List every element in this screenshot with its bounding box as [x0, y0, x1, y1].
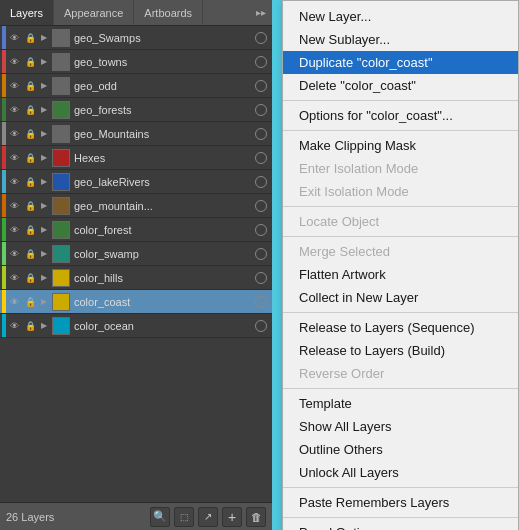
tab-appearance[interactable]: Appearance — [54, 0, 134, 25]
menu-item-delete[interactable]: Delete "color_coast" — [283, 74, 518, 97]
layer-row[interactable]: 👁🔒▶geo_Mountains — [0, 122, 272, 146]
layer-name-label: color_coast — [72, 296, 255, 308]
layer-visibility-toggle[interactable]: 👁 — [6, 150, 22, 166]
layer-expand-toggle[interactable]: ▶ — [38, 152, 50, 164]
menu-separator — [283, 312, 518, 313]
layer-target-circle[interactable] — [255, 152, 267, 164]
menu-separator — [283, 487, 518, 488]
menu-item-paste_layers[interactable]: Paste Remembers Layers — [283, 491, 518, 514]
layer-row[interactable]: 👁🔒▶color_coast — [0, 290, 272, 314]
layer-target-circle[interactable] — [255, 272, 267, 284]
layer-expand-toggle[interactable]: ▶ — [38, 248, 50, 260]
menu-item-exit_isolation: Exit Isolation Mode — [283, 180, 518, 203]
layer-row[interactable]: 👁🔒▶color_swamp — [0, 242, 272, 266]
layer-target-circle[interactable] — [255, 200, 267, 212]
new-layer-button[interactable]: + — [222, 507, 242, 527]
layer-expand-toggle[interactable]: ▶ — [38, 128, 50, 140]
menu-item-release_build[interactable]: Release to Layers (Build) — [283, 339, 518, 362]
menu-item-panel_options[interactable]: Panel Options... — [283, 521, 518, 530]
layer-target-circle[interactable] — [255, 224, 267, 236]
layer-lock-toggle[interactable]: 🔒 — [22, 102, 38, 118]
layer-options-button[interactable]: ⬚ — [174, 507, 194, 527]
layer-target-circle[interactable] — [255, 320, 267, 332]
layer-visibility-toggle[interactable]: 👁 — [6, 126, 22, 142]
layer-target-circle[interactable] — [255, 128, 267, 140]
menu-item-new_layer[interactable]: New Layer... — [283, 5, 518, 28]
menu-item-options[interactable]: Options for "color_coast"... — [283, 104, 518, 127]
layer-lock-toggle[interactable]: 🔒 — [22, 78, 38, 94]
search-button[interactable]: 🔍 — [150, 507, 170, 527]
layer-visibility-toggle[interactable]: 👁 — [6, 174, 22, 190]
layer-target-circle[interactable] — [255, 56, 267, 68]
layer-target-circle[interactable] — [255, 104, 267, 116]
layer-row[interactable]: 👁🔒▶geo_forests — [0, 98, 272, 122]
layer-visibility-toggle[interactable]: 👁 — [6, 54, 22, 70]
layer-row[interactable]: 👁🔒▶geo_mountain... — [0, 194, 272, 218]
menu-item-template[interactable]: Template — [283, 392, 518, 415]
layer-visibility-toggle[interactable]: 👁 — [6, 102, 22, 118]
layer-visibility-toggle[interactable]: 👁 — [6, 78, 22, 94]
menu-item-outline[interactable]: Outline Others — [283, 438, 518, 461]
layer-expand-toggle[interactable]: ▶ — [38, 320, 50, 332]
menu-item-new_sublayer[interactable]: New Sublayer... — [283, 28, 518, 51]
new-sublayer-button[interactable]: ↗ — [198, 507, 218, 527]
layer-expand-toggle[interactable]: ▶ — [38, 296, 50, 308]
layer-thumbnail — [52, 101, 70, 119]
menu-item-show_all[interactable]: Show All Layers — [283, 415, 518, 438]
layer-row[interactable]: 👁🔒▶color_ocean — [0, 314, 272, 338]
layer-visibility-toggle[interactable]: 👁 — [6, 30, 22, 46]
layer-visibility-toggle[interactable]: 👁 — [6, 318, 22, 334]
layer-row[interactable]: 👁🔒▶geo_lakeRivers — [0, 170, 272, 194]
layer-row[interactable]: 👁🔒▶geo_towns — [0, 50, 272, 74]
layer-lock-toggle[interactable]: 🔒 — [22, 30, 38, 46]
layer-target-circle[interactable] — [255, 32, 267, 44]
layer-expand-toggle[interactable]: ▶ — [38, 224, 50, 236]
layer-lock-toggle[interactable]: 🔒 — [22, 54, 38, 70]
menu-item-release_seq[interactable]: Release to Layers (Sequence) — [283, 316, 518, 339]
layer-visibility-toggle[interactable]: 👁 — [6, 222, 22, 238]
layer-name-label: geo_odd — [72, 80, 255, 92]
menu-item-flatten[interactable]: Flatten Artwork — [283, 263, 518, 286]
layer-visibility-toggle[interactable]: 👁 — [6, 294, 22, 310]
layer-visibility-toggle[interactable]: 👁 — [6, 246, 22, 262]
layer-lock-toggle[interactable]: 🔒 — [22, 270, 38, 286]
tab-artboards[interactable]: Artboards — [134, 0, 203, 25]
layer-expand-toggle[interactable]: ▶ — [38, 80, 50, 92]
menu-item-duplicate[interactable]: Duplicate "color_coast" — [283, 51, 518, 74]
layer-lock-toggle[interactable]: 🔒 — [22, 150, 38, 166]
layer-target-circle[interactable] — [255, 296, 267, 308]
layer-lock-toggle[interactable]: 🔒 — [22, 126, 38, 142]
layer-row[interactable]: 👁🔒▶geo_odd — [0, 74, 272, 98]
layers-list[interactable]: 👁🔒▶geo_Swamps👁🔒▶geo_towns👁🔒▶geo_odd👁🔒▶ge… — [0, 26, 272, 502]
layer-row[interactable]: 👁🔒▶geo_Swamps — [0, 26, 272, 50]
menu-item-enter_isolation: Enter Isolation Mode — [283, 157, 518, 180]
tab-layers[interactable]: Layers — [0, 0, 54, 25]
layer-visibility-toggle[interactable]: 👁 — [6, 270, 22, 286]
layer-row[interactable]: 👁🔒▶color_hills — [0, 266, 272, 290]
menu-item-clipping[interactable]: Make Clipping Mask — [283, 134, 518, 157]
delete-layer-button[interactable]: 🗑 — [246, 507, 266, 527]
layer-row[interactable]: 👁🔒▶color_forest — [0, 218, 272, 242]
layer-visibility-toggle[interactable]: 👁 — [6, 198, 22, 214]
menu-item-unlock_all[interactable]: Unlock All Layers — [283, 461, 518, 484]
tab-overflow-button[interactable]: ▸▸ — [250, 7, 272, 18]
layer-expand-toggle[interactable]: ▶ — [38, 272, 50, 284]
layer-target-circle[interactable] — [255, 248, 267, 260]
layer-lock-toggle[interactable]: 🔒 — [22, 246, 38, 262]
layer-lock-toggle[interactable]: 🔒 — [22, 174, 38, 190]
layer-row[interactable]: 👁🔒▶Hexes — [0, 146, 272, 170]
layer-target-circle[interactable] — [255, 80, 267, 92]
layer-expand-toggle[interactable]: ▶ — [38, 56, 50, 68]
layer-expand-toggle[interactable]: ▶ — [38, 32, 50, 44]
layer-target-circle[interactable] — [255, 176, 267, 188]
layer-lock-toggle[interactable]: 🔒 — [22, 318, 38, 334]
layer-expand-toggle[interactable]: ▶ — [38, 200, 50, 212]
layer-lock-toggle[interactable]: 🔒 — [22, 198, 38, 214]
menu-item-collect[interactable]: Collect in New Layer — [283, 286, 518, 309]
layer-lock-toggle[interactable]: 🔒 — [22, 294, 38, 310]
layer-expand-toggle[interactable]: ▶ — [38, 104, 50, 116]
layer-name-label: geo_forests — [72, 104, 255, 116]
menu-item-merge: Merge Selected — [283, 240, 518, 263]
layer-expand-toggle[interactable]: ▶ — [38, 176, 50, 188]
layer-lock-toggle[interactable]: 🔒 — [22, 222, 38, 238]
